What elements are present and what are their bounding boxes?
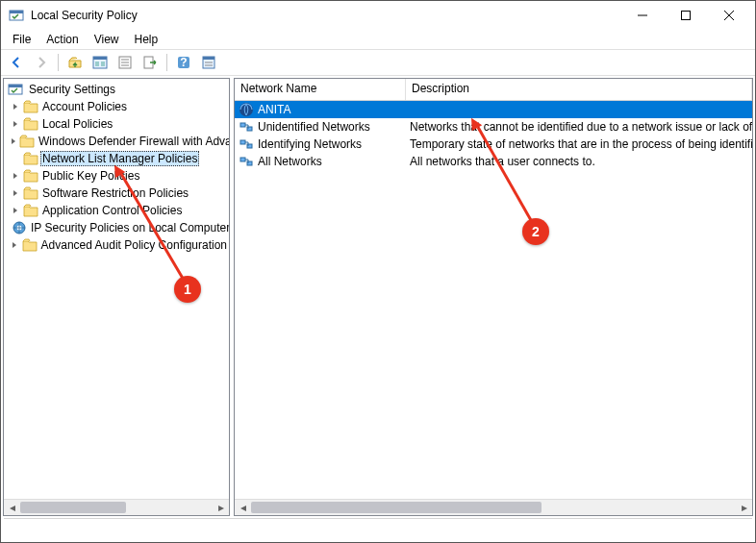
tree-item[interactable]: Advanced Audit Policy Configuration xyxy=(4,236,229,254)
list-row[interactable]: ANITA xyxy=(235,101,752,118)
svg-rect-28 xyxy=(240,140,245,144)
list-header: Network Name Description xyxy=(235,79,752,101)
chevron-right-icon[interactable] xyxy=(10,120,21,128)
tree-item[interactable]: Public Key Policies xyxy=(4,167,229,185)
maximize-button[interactable] xyxy=(664,1,707,30)
svg-rect-7 xyxy=(93,57,107,60)
network-icon xyxy=(239,154,254,169)
chevron-right-icon[interactable] xyxy=(10,241,20,249)
folder-icon xyxy=(23,117,38,131)
up-button[interactable] xyxy=(63,52,87,73)
folder-icon xyxy=(19,135,35,148)
row-name: All Networks xyxy=(258,155,322,168)
menu-action[interactable]: Action xyxy=(38,31,86,48)
statusbar xyxy=(4,518,752,539)
svg-rect-8 xyxy=(95,62,99,66)
row-name: ANITA xyxy=(258,103,290,116)
svg-rect-26 xyxy=(240,123,245,127)
tree-item-label: Software Restriction Policies xyxy=(40,186,190,200)
toolbar: ? xyxy=(1,49,755,76)
folder-icon xyxy=(23,100,38,113)
folder-icon xyxy=(23,186,38,200)
minimize-button[interactable] xyxy=(620,1,664,30)
chevron-right-icon[interactable] xyxy=(10,137,17,145)
tree-item[interactable]: Network List Manager Policies xyxy=(4,150,229,167)
svg-text:?: ? xyxy=(180,56,187,69)
svg-rect-22 xyxy=(9,85,22,87)
folder-icon xyxy=(23,169,38,183)
main-split-pane: Security SettingsAccount PoliciesLocal P… xyxy=(1,76,755,518)
tree-item[interactable]: Software Restriction Policies xyxy=(4,185,229,202)
tree-item-label: Account Policies xyxy=(40,100,129,113)
window-controls xyxy=(620,1,750,30)
list-body[interactable]: ANITAUnidentified NetworksNetworks that … xyxy=(235,101,752,170)
tree-root[interactable]: Security Settings xyxy=(4,81,229,98)
list-row[interactable]: Unidentified NetworksNetworks that canno… xyxy=(235,118,752,136)
tree-item[interactable]: Local Policies xyxy=(4,115,229,133)
svg-rect-9 xyxy=(101,62,105,66)
chevron-right-icon[interactable] xyxy=(10,189,21,197)
folder-icon xyxy=(12,220,27,235)
svg-rect-1 xyxy=(10,11,23,13)
export-button[interactable] xyxy=(139,52,162,73)
back-button[interactable] xyxy=(5,52,28,73)
tree-item-label: Local Policies xyxy=(40,117,114,131)
scroll-left-icon[interactable]: ◂ xyxy=(4,500,20,515)
menu-help[interactable]: Help xyxy=(127,31,166,48)
svg-rect-18 xyxy=(203,57,214,60)
close-button[interactable] xyxy=(707,1,750,30)
app-icon xyxy=(9,8,24,23)
network-icon xyxy=(239,119,254,135)
tree-view[interactable]: Security SettingsAccount PoliciesLocal P… xyxy=(4,79,229,256)
tree-item[interactable]: Account Policies xyxy=(4,98,229,115)
column-description[interactable]: Description xyxy=(406,79,752,100)
tree-hscrollbar[interactable]: ◂ ▸ xyxy=(4,499,229,515)
tree-root-label: Security Settings xyxy=(27,83,117,96)
tree-item-label: Application Control Policies xyxy=(40,204,184,217)
forward-button[interactable] xyxy=(30,52,53,73)
chevron-right-icon[interactable] xyxy=(10,103,21,111)
scroll-right-icon[interactable]: ▸ xyxy=(736,500,752,515)
window-title: Local Security Policy xyxy=(31,9,620,22)
tree-item-label: Advanced Audit Policy Configuration xyxy=(39,238,229,252)
help-button[interactable]: ? xyxy=(172,52,195,73)
list-row[interactable]: Identifying NetworksTemporary state of n… xyxy=(235,136,752,153)
refresh-list-button[interactable] xyxy=(113,52,137,73)
list-row[interactable]: All NetworksAll networks that a user con… xyxy=(235,153,752,170)
row-description: Networks that cannot be identified due t… xyxy=(406,120,752,134)
network-icon xyxy=(239,136,254,152)
tree-pane: Security SettingsAccount PoliciesLocal P… xyxy=(3,78,230,516)
svg-point-25 xyxy=(239,103,253,116)
column-network-name[interactable]: Network Name xyxy=(235,79,406,100)
tree-item[interactable]: IP Security Policies on Local Computer xyxy=(4,219,229,236)
list-hscrollbar[interactable]: ◂ ▸ xyxy=(235,499,752,515)
chevron-right-icon[interactable] xyxy=(10,172,21,180)
svg-rect-3 xyxy=(681,12,690,20)
tree-item[interactable]: Application Control Policies xyxy=(4,202,229,219)
scroll-left-icon[interactable]: ◂ xyxy=(235,500,251,515)
tree-item-label: IP Security Policies on Local Computer xyxy=(29,221,229,234)
list-pane: Network Name Description ANITAUnidentifi… xyxy=(234,78,753,516)
properties-button[interactable] xyxy=(197,52,220,73)
svg-rect-30 xyxy=(240,158,245,161)
tree-item-label: Public Key Policies xyxy=(40,169,141,183)
menubar: File Action View Help xyxy=(1,30,755,49)
menu-file[interactable]: File xyxy=(5,31,38,48)
folder-icon xyxy=(23,152,38,165)
row-name: Identifying Networks xyxy=(258,137,362,151)
console-button[interactable] xyxy=(88,52,112,73)
titlebar: Local Security Policy xyxy=(1,1,755,30)
chevron-right-icon[interactable] xyxy=(10,207,21,214)
row-name: Unidentified Networks xyxy=(258,120,370,134)
row-description: All networks that a user connects to. xyxy=(406,155,752,168)
scroll-right-icon[interactable]: ▸ xyxy=(213,500,229,515)
network-icon xyxy=(239,102,254,117)
menu-view[interactable]: View xyxy=(87,31,127,48)
row-description: Temporary state of networks that are in … xyxy=(406,137,752,151)
tree-item-label: Windows Defender Firewall with Advanced … xyxy=(37,135,229,148)
tree-item-label: Network List Manager Policies xyxy=(40,151,199,166)
folder-icon xyxy=(23,204,38,217)
folder-icon xyxy=(22,238,38,252)
tree-item[interactable]: Windows Defender Firewall with Advanced … xyxy=(4,133,229,150)
